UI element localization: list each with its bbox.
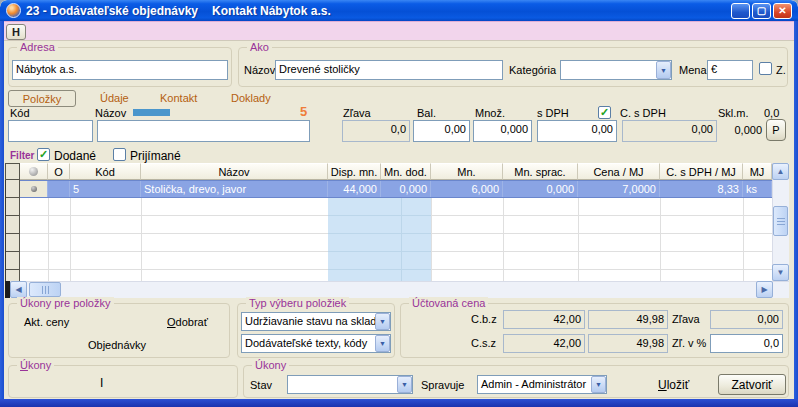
uctovana-cena-legend: Účtovaná cena <box>409 297 488 309</box>
dodane-label: Dodané <box>54 149 96 163</box>
typ-vyberu-combo-1-dropdown-icon[interactable]: ▼ <box>375 313 390 330</box>
z-checkbox[interactable] <box>759 62 772 75</box>
header-col-o[interactable]: O <box>48 163 70 180</box>
app-icon <box>6 3 21 18</box>
record-dot-icon <box>31 186 37 192</box>
h-button[interactable]: H <box>6 24 26 40</box>
close-button[interactable]: ✕ <box>773 3 792 19</box>
cbz-field-2: 49,98 <box>588 310 668 329</box>
header-col-nazov[interactable]: Názov <box>141 163 328 180</box>
bal-field[interactable]: 0,00 <box>413 120 470 142</box>
zlava-bottom-label: Zľava <box>672 313 700 325</box>
item-count: 5 <box>300 104 307 119</box>
zlava-field: 0,0 <box>342 120 410 142</box>
prijimane-checkbox[interactable] <box>113 148 126 161</box>
close-icon: ✕ <box>778 6 786 16</box>
scroll-right-button[interactable]: ▶ <box>756 281 773 298</box>
horizontal-scrollbar[interactable] <box>5 281 789 298</box>
kod-label: Kód <box>10 107 30 119</box>
sklm-label: Skl.m. <box>718 107 749 119</box>
mena-input[interactable]: € <box>707 60 753 80</box>
minimize-icon: _ <box>738 9 744 19</box>
zl-pct-field[interactable]: 0,0 <box>710 334 783 353</box>
p-button[interactable]: P <box>766 119 786 141</box>
akt-ceny-button[interactable]: Akt. ceny <box>24 316 69 328</box>
kod-input[interactable] <box>8 120 93 142</box>
tab-polozky-label: Položky <box>23 93 62 105</box>
odobrat-button[interactable]: Odobrať <box>167 316 208 328</box>
ulozit-button[interactable]: Uložiť <box>658 378 689 392</box>
typ-vyberu-combo-1[interactable]: Udržiavanie stavu na sklade <box>241 312 391 331</box>
maximize-button[interactable]: ▢ <box>752 3 771 19</box>
scroll-up-button[interactable]: ▲ <box>772 163 789 180</box>
sdph-field[interactable]: 0,00 <box>537 120 617 142</box>
zatvorit-button[interactable]: Zatvoriť <box>718 374 786 395</box>
dodane-checkbox[interactable]: ✓ <box>37 148 50 161</box>
scroll-left-button[interactable]: ◀ <box>10 281 27 298</box>
nazov-entry-input[interactable] <box>97 120 310 142</box>
tab-kontakt[interactable]: Kontakt <box>160 92 197 104</box>
mnoz-label: Množ. <box>475 107 505 119</box>
nazov-label: Názov <box>244 64 275 76</box>
nazov-input[interactable]: Drevené stoličky <box>275 60 503 80</box>
kategoria-label: Kategória <box>509 64 556 76</box>
cbz-label: C.b.z <box>471 313 497 325</box>
vertical-scroll-thumb[interactable] <box>773 206 788 236</box>
header-col-mn-sprac[interactable]: Mn. sprac. <box>503 163 578 180</box>
header-col-mn-dod[interactable]: Mn. dod. <box>381 163 431 180</box>
row-mn-cell: 6,000 <box>431 181 503 197</box>
window-title-right: Kontakt Nábytok a.s. <box>212 4 331 18</box>
filter-label: Filter <box>10 150 34 161</box>
spravuje-label: Spravuje <box>421 379 464 391</box>
objednavky-button[interactable]: Objednávky <box>88 339 146 351</box>
minimize-button[interactable]: _ <box>731 3 750 19</box>
prijimane-label: Prijímané <box>130 149 181 163</box>
maximize-icon: ▢ <box>757 6 766 16</box>
sdph-label: s DPH <box>537 107 569 119</box>
tab-doklady[interactable]: Doklady <box>231 92 271 104</box>
progress-bar <box>133 109 170 116</box>
row-disp-cell: 44,000 <box>328 181 381 197</box>
title-bar: 23 - Dodávateľské objednávkyKontakt Náby… <box>0 0 798 21</box>
balloon-icon <box>29 167 38 176</box>
table-row[interactable]: 5 Stolička, drevo, javor 44,000 0,000 6,… <box>20 180 772 198</box>
ukony-left-group: Úkony <box>8 365 238 398</box>
row-nazov-cell: Stolička, drevo, javor <box>141 181 328 197</box>
scroll-right-icon: ▶ <box>761 286 767 294</box>
app-window: 23 - Dodávateľské objednávkyKontakt Náby… <box>0 0 798 407</box>
ukony-right-legend: Úkony <box>252 359 289 371</box>
sdph-checkbox[interactable]: ✓ <box>598 106 611 119</box>
typ-vyberu-combo-2[interactable]: Dodávateľské texty, kódy <box>241 334 391 353</box>
scroll-left-icon: ◀ <box>15 286 21 294</box>
row-kod-cell: 5 <box>70 181 141 197</box>
header-col-cena-mj[interactable]: Cena / MJ <box>578 163 660 180</box>
mnoz-field[interactable]: 0,000 <box>473 120 532 142</box>
ako-legend: Ako <box>247 41 272 53</box>
header-col-csdph-mj[interactable]: C. s DPH / MJ <box>660 163 743 180</box>
kategoria-dropdown-icon[interactable]: ▼ <box>656 61 671 79</box>
header-col-mj[interactable]: MJ <box>743 163 772 180</box>
stav-combobox[interactable] <box>287 375 413 394</box>
window-title: 23 - Dodávateľské objednávkyKontakt Náby… <box>26 4 731 18</box>
stav-dropdown-icon[interactable]: ▼ <box>397 376 412 393</box>
header-col-disp-mn[interactable]: Disp. mn. <box>328 163 381 180</box>
header-col-kod[interactable]: Kód <box>70 163 141 180</box>
table-empty-area <box>20 198 772 281</box>
header-balloon-cell[interactable] <box>20 163 48 180</box>
ukony-left-content: I <box>100 376 103 390</box>
scroll-down-button[interactable]: ▼ <box>772 264 789 281</box>
window-title-left: 23 - Dodávateľské objednávky <box>26 4 198 18</box>
zlava-label: Zľava <box>343 107 371 119</box>
spravuje-combobox[interactable]: Admin - Administrátor <box>477 375 607 394</box>
row-mnsprac-cell: 0,000 <box>503 181 578 197</box>
spravuje-dropdown-icon[interactable]: ▼ <box>591 376 606 393</box>
window-border-left <box>0 21 4 407</box>
horizontal-scroll-thumb[interactable] <box>29 282 61 297</box>
tab-udaje[interactable]: Údaje <box>100 92 129 104</box>
adresa-input[interactable]: Nábytok a.s. <box>12 60 228 80</box>
header-col-mn[interactable]: Mn. <box>431 163 503 180</box>
tab-polozky[interactable]: Položky <box>8 90 76 107</box>
row-balloon-cell <box>20 181 48 197</box>
stav-label: Stav <box>250 379 272 391</box>
typ-vyberu-combo-2-dropdown-icon[interactable]: ▼ <box>375 335 390 352</box>
